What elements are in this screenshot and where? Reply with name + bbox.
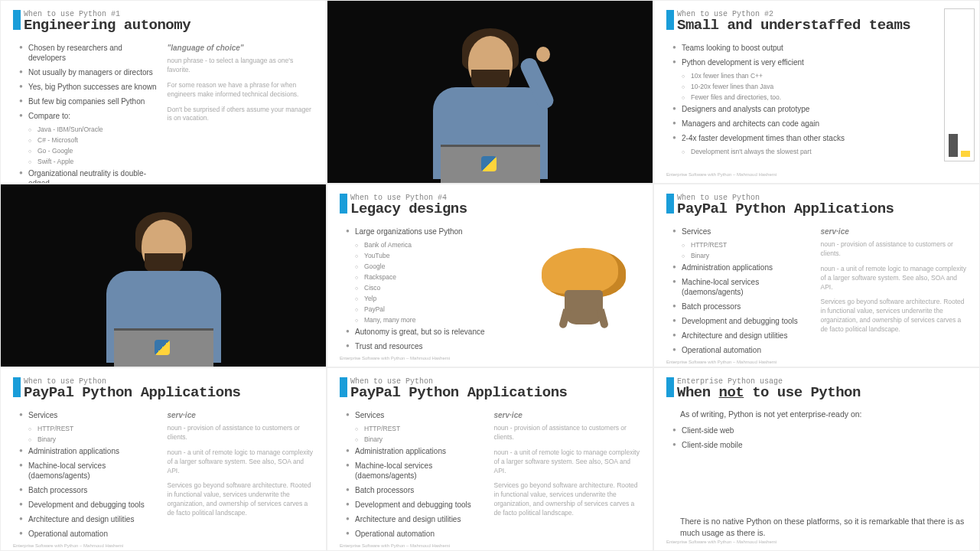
- list-item: Binary: [346, 435, 487, 444]
- list-item: Machine-local services (daemons/agents): [346, 461, 487, 481]
- list-item: Compare to:: [19, 111, 160, 121]
- list-item: Administration applications: [672, 262, 813, 272]
- list-item: Services: [19, 410, 160, 420]
- slide-title: When not to use Python: [677, 384, 861, 401]
- list-item: Go - Google: [19, 147, 160, 155]
- bullet-list-1: Chosen by researchers and developersNot …: [13, 43, 160, 184]
- slide-paypal-2: When to use Python PayPal Python Applica…: [0, 367, 327, 551]
- list-item: Python development is very efficient: [672, 57, 967, 67]
- list-item: HTTP/REST: [19, 425, 160, 433]
- python-logo-icon: [155, 340, 170, 355]
- list-item: 10-20x fewer lines than Java: [672, 83, 967, 91]
- list-item: Java - IBM/Sun/Oracle: [19, 126, 160, 134]
- list-item: Binary: [672, 252, 813, 260]
- list-item: Machine-local services (daemons/agents): [19, 461, 160, 481]
- list-item: Yelp: [346, 295, 487, 303]
- list-item: Swift - Apple: [19, 158, 160, 166]
- list-item: Teams looking to boost output: [672, 43, 967, 53]
- list-item: Services: [672, 227, 813, 236]
- slide-engineering-autonomy: When to use Python #1 Engineering autono…: [0, 0, 327, 184]
- list-item: Yes, big Python successes are known: [19, 82, 160, 92]
- slide-small-teams: When to use Python #2 Small and understa…: [653, 0, 980, 184]
- list-item: PayPal: [346, 305, 487, 314]
- list-item: Development and debugging tools: [672, 316, 813, 326]
- list-item: 2-4x faster development times than other…: [672, 133, 967, 143]
- speaker-video-2: [0, 184, 327, 367]
- list-item: Operational automation: [19, 529, 160, 539]
- tree-illustration: [538, 248, 630, 324]
- list-item: Architecture and design utilities: [19, 514, 160, 524]
- list-item: Cisco: [346, 284, 487, 292]
- list-item: Client-side mobile: [672, 440, 967, 450]
- list-item: HTTP/REST: [672, 241, 813, 249]
- sidebar-1: "language of choice" noun phrase - to se…: [168, 43, 314, 184]
- list-item: Not usually by managers or directors: [19, 67, 160, 77]
- bullet-list-5: Large organizations use PythonBank of Am…: [340, 227, 487, 351]
- list-item: 10x fewer lines than C++: [672, 72, 967, 80]
- slide-when-not: Enterprise Python usage When not to use …: [653, 367, 980, 551]
- list-item: HTTP/REST: [346, 425, 487, 433]
- speaker-video-1: [327, 0, 653, 184]
- bullet-list-9: Client-side webClient-side mobile: [666, 425, 967, 450]
- list-item: Batch processors: [672, 302, 813, 311]
- slide-paypal-3: When to use Python PayPal Python Applica…: [327, 367, 653, 551]
- list-item: Google: [346, 262, 487, 271]
- list-item: YouTube: [346, 252, 487, 260]
- list-item: Binary: [19, 435, 160, 444]
- list-item: But few big companies sell Python: [19, 96, 160, 106]
- list-item: Administration applications: [19, 446, 160, 456]
- list-item: Chosen by researchers and developers: [19, 43, 160, 63]
- python-logo-icon: [481, 156, 497, 171]
- slide-title: Engineering autonomy: [24, 17, 190, 34]
- list-item: Organizational neutrality is double-edge…: [19, 168, 160, 184]
- list-item: Batch processors: [346, 485, 487, 495]
- bullet-list-7: ServicesHTTP/RESTBinaryAdministration ap…: [13, 410, 160, 539]
- list-item: Fewer files and directories, too.: [672, 93, 967, 102]
- list-item: Architecture and design utilities: [672, 331, 813, 341]
- slide-legacy-designs: When to use Python #4 Legacy designs Lar…: [327, 184, 653, 367]
- list-item: Services: [346, 410, 487, 420]
- slide-paypal-1: When to use Python PayPal Python Applica…: [653, 184, 980, 367]
- bullet-list-6: ServicesHTTP/RESTBinaryAdministration ap…: [666, 227, 813, 355]
- list-item: Large organizations use Python: [346, 227, 487, 236]
- list-item: Designers and analysts can prototype: [672, 104, 967, 114]
- list-item: Operational automation: [346, 529, 487, 539]
- list-item: Batch processors: [19, 485, 160, 495]
- lines-comparison-chart: [944, 8, 975, 161]
- list-item: Development and debugging tools: [346, 500, 487, 510]
- list-item: Administration applications: [346, 446, 487, 456]
- bullet-list-8: ServicesHTTP/RESTBinaryAdministration ap…: [340, 410, 487, 539]
- accent-bar: [13, 10, 21, 30]
- list-item: Autonomy is great, but so is relevance: [346, 327, 487, 337]
- list-item: Many, many more: [346, 316, 487, 324]
- list-item: Development and debugging tools: [19, 500, 160, 510]
- list-item: Machine-local services (daemons/agents): [672, 277, 813, 297]
- list-item: Managers and architects can code again: [672, 119, 967, 129]
- list-item: Rackspace: [346, 273, 487, 282]
- list-item: Development isn't always the slowest par…: [672, 148, 967, 156]
- list-item: Trust and resources: [346, 341, 487, 351]
- list-item: Operational automation: [672, 345, 813, 355]
- list-item: Client-side web: [672, 425, 967, 435]
- bullet-list-3: Teams looking to boost outputPython deve…: [666, 43, 967, 156]
- list-item: C# - Microsoft: [19, 136, 160, 145]
- list-item: Bank of America: [346, 241, 487, 249]
- list-item: Architecture and design utilities: [346, 514, 487, 524]
- slide-grid: When to use Python #1 Engineering autono…: [0, 0, 980, 551]
